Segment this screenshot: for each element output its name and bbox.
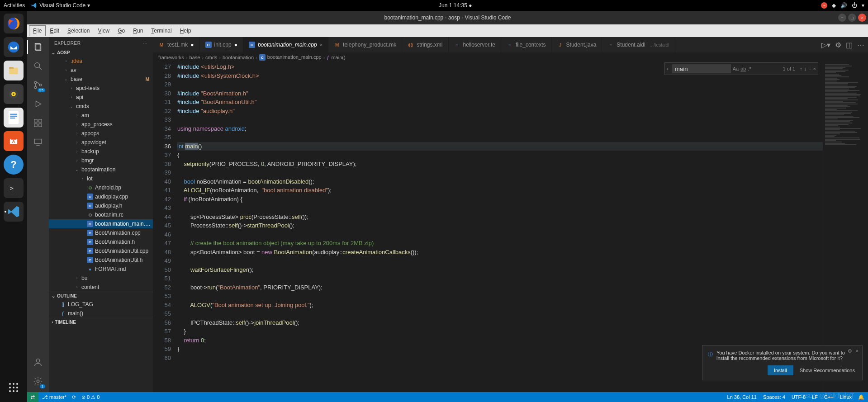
activity-account[interactable] xyxy=(32,356,44,369)
tab-Student.aidl[interactable]: ≡Student.aidl.../testaidl xyxy=(602,37,675,52)
code-content[interactable]: #include <utils/Log.h>#include <utils/Sy… xyxy=(175,62,823,392)
workspace-header[interactable]: ⌄ AOSP xyxy=(49,49,153,57)
find-selection-icon[interactable]: ≡ xyxy=(808,66,811,71)
folder-appops[interactable]: ›appops xyxy=(49,129,153,138)
dock-vscode[interactable] xyxy=(4,202,24,222)
dock-files[interactable] xyxy=(4,61,24,80)
regex-icon[interactable]: .* xyxy=(748,66,751,71)
file-BootAnimationUtil.cpp[interactable]: CBootAnimationUtil.cpp xyxy=(49,246,153,255)
show-recommendations-button[interactable]: Show Recommendations xyxy=(798,365,857,375)
dock-show-apps[interactable] xyxy=(4,378,24,397)
activity-explorer[interactable] xyxy=(32,41,44,53)
tab-init.cpp[interactable]: Cinit.cpp● xyxy=(200,37,243,52)
file-audioplay.h[interactable]: Caudioplay.h xyxy=(49,201,153,210)
file-Android.bp[interactable]: ⚙Android.bp xyxy=(49,183,153,192)
folder-apct-tests[interactable]: ›apct-tests xyxy=(49,84,153,93)
tab-file_contexts[interactable]: ≡file_contexts xyxy=(501,37,552,52)
status-notifications[interactable]: 🔔 xyxy=(858,394,864,400)
breadcrumb-bootanimation_main.cpp[interactable]: Cbootanimation_main.cpp xyxy=(259,54,322,61)
status-lncol[interactable]: Ln 36, Col 11 xyxy=(727,394,757,400)
menu-help[interactable]: Help xyxy=(176,25,195,36)
dock-terminal[interactable]: >_ xyxy=(4,178,24,198)
git-branch[interactable]: ⎇ master* xyxy=(42,394,66,400)
toast-close-icon[interactable]: × xyxy=(856,348,859,354)
do-not-disturb-icon[interactable]: － xyxy=(821,2,827,9)
breadcrumb-base[interactable]: base xyxy=(190,55,200,60)
menu-run[interactable]: Run xyxy=(129,25,147,36)
tab-settings-icon[interactable]: ⚙ xyxy=(835,41,841,49)
window-close[interactable]: × xyxy=(858,14,866,22)
folder-appwidget[interactable]: ›appwidget xyxy=(49,138,153,147)
folder-bootanimation[interactable]: ⌄bootanimation xyxy=(49,165,153,174)
network-icon[interactable]: ◆ xyxy=(832,2,836,9)
activity-source-control[interactable]: 95 xyxy=(32,79,44,91)
find-close-icon[interactable]: × xyxy=(813,66,816,71)
outline-main()[interactable]: ƒmain() xyxy=(49,309,153,318)
file-audioplay.cpp[interactable]: Caudioplay.cpp xyxy=(49,192,153,201)
folder-base[interactable]: ⌄baseM xyxy=(49,75,153,84)
menu-edit[interactable]: Edit xyxy=(46,25,63,36)
activities-button[interactable]: Activities xyxy=(4,2,25,9)
more-icon[interactable]: ⋯ xyxy=(857,41,864,49)
status-lang[interactable]: C++ xyxy=(824,394,834,400)
breadcrumb[interactable]: frameworks›base›cmds›bootanimation›Cboot… xyxy=(153,52,868,62)
timeline-header[interactable]: › TIMELINE xyxy=(49,318,153,326)
tab-helloserver.te[interactable]: ≡helloserver.te xyxy=(449,37,501,52)
folder-av[interactable]: ›av xyxy=(49,66,153,75)
file-BootAnimationUtil.h[interactable]: CBootAnimationUtil.h xyxy=(49,255,153,265)
menu-file[interactable]: File xyxy=(29,25,46,36)
tab-Student.java[interactable]: JStudent.java xyxy=(552,37,602,52)
tab-strings.xml[interactable]: ⟪⟫strings.xml xyxy=(402,37,448,52)
folder-content[interactable]: ›content xyxy=(49,283,153,292)
tab-telephony_product.mk[interactable]: Mtelephony_product.mk xyxy=(328,37,402,52)
status-problems[interactable]: ⊘ 0 ⚠ 0 xyxy=(81,394,100,400)
folder-cmds[interactable]: ⌄cmds xyxy=(49,102,153,111)
menu-view[interactable]: View xyxy=(94,25,114,36)
dock-libreoffice[interactable] xyxy=(4,108,24,128)
window-minimize[interactable]: － xyxy=(838,14,846,22)
folder-.idea[interactable]: ›.idea xyxy=(49,57,153,66)
toast-gear-icon[interactable]: ⚙ xyxy=(848,348,852,354)
install-button[interactable]: Install xyxy=(768,365,793,375)
breadcrumb-cmds[interactable]: cmds xyxy=(205,55,217,60)
explorer-more-icon[interactable]: ⋯ xyxy=(143,41,148,46)
file-bootanim.rc[interactable]: ⚙bootanim.rc xyxy=(49,210,153,219)
dock-help[interactable]: ? xyxy=(4,155,24,175)
status-os[interactable]: Linux xyxy=(840,394,852,400)
window-titlebar[interactable]: bootanimation_main.cpp - aosp - Visual S… xyxy=(27,11,868,24)
activity-settings[interactable]: 1 xyxy=(32,375,44,388)
tab-bootanimation_main.cpp[interactable]: Cbootanimation_main.cpp× xyxy=(243,37,328,52)
tab-test1.mk[interactable]: Mtest1.mk● xyxy=(153,37,200,52)
power-icon[interactable]: ⏻ xyxy=(852,2,857,9)
find-toggle-icon[interactable]: › xyxy=(665,66,670,71)
folder-bmgr[interactable]: ›bmgr xyxy=(49,156,153,165)
breadcrumb-bootanimation[interactable]: bootanimation xyxy=(223,55,254,60)
tab-close-icon[interactable]: × xyxy=(320,42,323,47)
status-sync[interactable]: ⟳ xyxy=(72,394,76,400)
match-case-icon[interactable]: Aa xyxy=(733,66,739,71)
folder-am[interactable]: ›am xyxy=(49,111,153,120)
find-input[interactable] xyxy=(672,64,731,73)
minimap[interactable] xyxy=(823,62,868,392)
activity-run-debug[interactable] xyxy=(32,98,44,110)
dock-thunderbird[interactable] xyxy=(4,37,24,57)
run-icon[interactable]: ▷▾ xyxy=(821,41,830,49)
folder-bu[interactable]: ›bu xyxy=(49,274,153,283)
clock[interactable]: Jun 1 14:35 ● xyxy=(90,2,821,9)
app-menu[interactable]: Visual Studio Code ▾ xyxy=(31,2,90,9)
status-encoding[interactable]: UTF-8 xyxy=(792,394,806,400)
status-spaces[interactable]: Spaces: 4 xyxy=(763,394,785,400)
match-word-icon[interactable]: ab xyxy=(740,66,746,71)
volume-icon[interactable]: 🔊 xyxy=(840,2,847,9)
menu-selection[interactable]: Selection xyxy=(63,25,94,36)
split-editor-icon[interactable]: ◫ xyxy=(846,41,853,49)
menu-terminal[interactable]: Terminal xyxy=(147,25,175,36)
dock-software[interactable]: A xyxy=(4,131,24,151)
dropdown-icon[interactable]: ▾ xyxy=(862,2,864,9)
find-prev-icon[interactable]: ↑ xyxy=(800,66,802,71)
file-BootAnimation.h[interactable]: CBootAnimation.h xyxy=(49,237,153,246)
status-eol[interactable]: LF xyxy=(812,394,818,400)
remote-indicator[interactable]: ⇄ xyxy=(27,392,38,402)
window-maximize[interactable]: □ xyxy=(848,14,856,22)
activity-search[interactable] xyxy=(32,60,44,72)
